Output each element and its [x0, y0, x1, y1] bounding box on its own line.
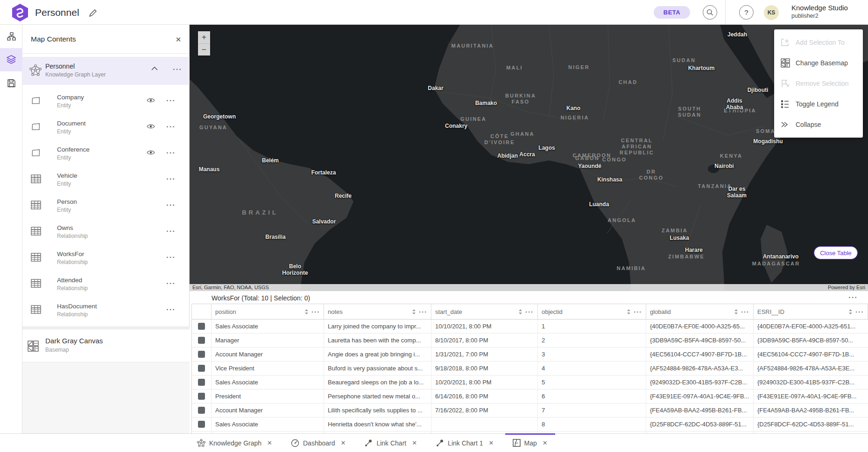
menu-item-change-basemap[interactable]: Change Basemap — [774, 53, 863, 73]
column-options-icon[interactable]: ··· — [634, 308, 642, 315]
layer-options-icon[interactable]: ··· — [166, 306, 176, 313]
basemap-icon — [27, 340, 39, 352]
layer-item-company[interactable]: CompanyEntity··· — [22, 89, 190, 115]
layer-item-conference[interactable]: ConferenceEntity··· — [22, 141, 190, 167]
menu-item-toggle-legend[interactable]: Toggle Legend — [774, 94, 863, 114]
knowledge-graph-layer-icon — [29, 64, 42, 77]
column-options-icon[interactable]: ··· — [741, 308, 749, 315]
column-options-icon[interactable]: ··· — [311, 308, 320, 315]
rail-item-save[interactable] — [0, 71, 22, 95]
column-options-icon[interactable]: ··· — [525, 308, 534, 315]
rail-item-layers[interactable] — [0, 48, 22, 71]
avatar[interactable]: KS — [764, 5, 779, 20]
table-row[interactable]: Sales AssociateHenrietta doesn't know wh… — [192, 417, 868, 431]
visibility-eye-icon[interactable] — [147, 150, 155, 155]
layer-item-hasdocument[interactable]: HasDocumentRelationship··· — [22, 298, 190, 324]
map-canvas[interactable]: MAURITANIAMALINIGERCHADSUDANBURKINA FASO… — [190, 25, 868, 291]
tab-link-chart-1[interactable]: Link Chart 1✕ — [428, 434, 501, 452]
tab-dashboard[interactable]: Dashboard✕ — [283, 434, 353, 452]
close-tab-icon[interactable]: ✕ — [340, 439, 346, 446]
table-icon — [31, 279, 41, 288]
close-tab-icon[interactable]: ✕ — [489, 439, 494, 446]
sort-icon[interactable] — [518, 309, 522, 315]
sort-icon[interactable] — [734, 309, 738, 315]
row-checkbox[interactable] — [198, 323, 205, 330]
table-row[interactable]: Sales AssociateLarry joined the company … — [192, 320, 868, 334]
sort-icon[interactable] — [627, 309, 631, 315]
search-button[interactable] — [703, 5, 717, 20]
menu-item-collapse[interactable]: Collapse — [774, 114, 863, 135]
table-row[interactable]: Sales AssociateBeauregard sleeps on the … — [192, 376, 868, 389]
close-tab-icon[interactable]: ✕ — [412, 439, 417, 446]
row-checkbox[interactable] — [198, 421, 205, 428]
row-checkbox[interactable] — [198, 337, 205, 344]
table-row[interactable]: PresidentPersephone started new metal o.… — [192, 389, 868, 403]
layer-item-worksfor[interactable]: WorksForRelationship··· — [22, 245, 190, 271]
layer-item-vehicle[interactable]: VehicleEntity··· — [22, 167, 190, 193]
sort-icon[interactable] — [412, 309, 416, 315]
column-header-globalid[interactable]: globalid··· — [646, 304, 754, 319]
user-menu[interactable]: Knowledge Studio publisher2 — [791, 4, 848, 20]
table-row[interactable]: Account ManagerLilith specifically sells… — [192, 403, 868, 417]
tab-knowledge-graph[interactable]: Knowledge Graph✕ — [190, 434, 280, 452]
layer-options-icon[interactable]: ··· — [166, 97, 176, 104]
zoom-out-button[interactable]: − — [198, 43, 210, 56]
close-table-button[interactable]: Close Table — [814, 246, 858, 259]
column-header-position[interactable]: position··· — [212, 304, 324, 319]
sort-icon[interactable] — [304, 309, 309, 315]
close-panel-button[interactable]: ✕ — [173, 34, 184, 45]
table-options-icon[interactable]: ··· — [848, 293, 858, 301]
layer-options-icon[interactable]: ··· — [166, 227, 176, 235]
layer-item-person[interactable]: PersonEntity··· — [22, 193, 190, 219]
column-header-objectid[interactable]: objectid··· — [538, 304, 646, 319]
table-row[interactable]: ManagerLauretta has been with the comp..… — [192, 334, 868, 348]
tab-label: Map — [524, 439, 537, 447]
layer-options-icon[interactable]: ··· — [166, 149, 176, 157]
polygon-icon — [31, 122, 41, 132]
basemap-item[interactable]: Dark Gray Canvas Basemap — [22, 329, 190, 362]
table-row[interactable]: Account ManagerAngie does a great job br… — [192, 348, 868, 362]
table-row[interactable]: Vice PresidentBuford is very passionate … — [192, 362, 868, 376]
layer-options-icon[interactable]: ··· — [166, 123, 176, 131]
layer-group-options-icon[interactable]: ··· — [173, 65, 182, 73]
sort-icon[interactable] — [848, 309, 853, 315]
layer-item-document[interactable]: DocumentEntity··· — [22, 115, 190, 141]
row-checkbox[interactable] — [198, 393, 205, 400]
layer-options-icon[interactable]: ··· — [166, 253, 176, 261]
column-options-icon[interactable]: ··· — [855, 308, 864, 315]
layer-options-icon[interactable]: ··· — [166, 201, 176, 209]
layer-options-icon[interactable]: ··· — [166, 279, 176, 287]
cell-ESRI__ID: {9249032D-E300-41B5-937F-C2B... — [754, 376, 868, 389]
panel-header: Map Contents ✕ — [22, 25, 189, 54]
row-checkbox[interactable] — [198, 351, 205, 358]
tab-map[interactable]: Map✕ — [505, 434, 555, 452]
link-icon — [436, 439, 444, 447]
tab-link-chart[interactable]: Link Chart✕ — [357, 434, 424, 452]
rail-item-hierarchy[interactable] — [0, 25, 22, 48]
row-checkbox[interactable] — [198, 379, 205, 386]
row-checkbox[interactable] — [198, 365, 205, 372]
close-tab-icon[interactable]: ✕ — [543, 439, 548, 446]
column-options-icon[interactable]: ··· — [419, 308, 427, 315]
chevron-up-icon[interactable] — [151, 66, 158, 70]
row-select-cell — [192, 320, 212, 333]
layer-group-personnel[interactable]: Personnel Knowledge Graph Layer ··· — [22, 57, 190, 85]
row-checkbox[interactable] — [198, 407, 205, 414]
close-tab-icon[interactable]: ✕ — [267, 439, 272, 446]
zoom-in-button[interactable]: + — [198, 31, 210, 43]
app-logo-icon[interactable] — [11, 3, 29, 22]
edit-title-icon[interactable] — [88, 8, 98, 18]
cell-objectid: 5 — [538, 376, 646, 389]
visibility-eye-icon[interactable] — [147, 97, 155, 103]
visibility-eye-icon[interactable] — [147, 124, 155, 129]
help-button[interactable]: ? — [739, 5, 754, 20]
menu-item-add-selection-to: Add Selection To — [774, 32, 863, 53]
layer-item-owns[interactable]: OwnsRelationship··· — [22, 219, 190, 245]
column-header-ESRI__ID[interactable]: ESRI__ID··· — [754, 304, 868, 319]
row-select-cell — [192, 389, 212, 403]
column-header-start_date[interactable]: start_date··· — [431, 304, 538, 319]
column-header-notes[interactable]: notes··· — [324, 304, 431, 319]
table-icon — [31, 201, 41, 209]
layer-item-attended[interactable]: AttendedRelationship··· — [22, 271, 190, 298]
layer-options-icon[interactable]: ··· — [166, 175, 176, 183]
